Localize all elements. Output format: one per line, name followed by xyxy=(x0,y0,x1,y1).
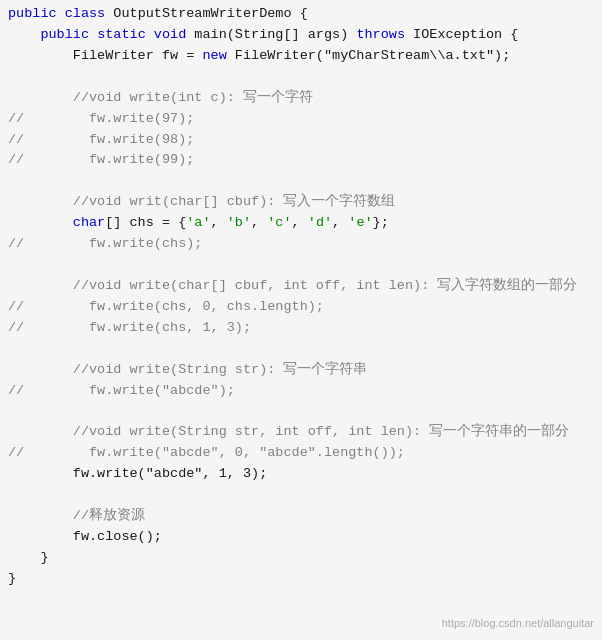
code-line: // fw.write(chs); xyxy=(0,234,602,255)
watermark: https://blog.csdn.net/allanguitar xyxy=(442,615,594,632)
code-line: fw.write("abcde", 1, 3); xyxy=(0,464,602,485)
code-line: FileWriter fw = new FileWriter("myCharSt… xyxy=(0,46,602,67)
code-line xyxy=(0,485,602,506)
code-line xyxy=(0,255,602,276)
code-line xyxy=(0,402,602,423)
code-line: // fw.write(chs, 0, chs.length); xyxy=(0,297,602,318)
code-line: } xyxy=(0,569,602,590)
code-line: //void write(String str): 写一个字符串 xyxy=(0,360,602,381)
code-block: public class OutputStreamWriterDemo { pu… xyxy=(0,4,602,590)
code-line: //void write(char[] cbuf, int off, int l… xyxy=(0,276,602,297)
code-line: } xyxy=(0,548,602,569)
code-line xyxy=(0,171,602,192)
code-line: //释放资源 xyxy=(0,506,602,527)
code-line: public static void main(String[] args) t… xyxy=(0,25,602,46)
code-container: public class OutputStreamWriterDemo { pu… xyxy=(0,0,602,640)
code-line: // fw.write(97); xyxy=(0,109,602,130)
code-line: //void write(String str, int off, int le… xyxy=(0,422,602,443)
code-line: // fw.write("abcde", 0, "abcde".length()… xyxy=(0,443,602,464)
code-line: char[] chs = {'a', 'b', 'c', 'd', 'e'}; xyxy=(0,213,602,234)
code-line: // fw.write(98); xyxy=(0,130,602,151)
code-line xyxy=(0,67,602,88)
code-line: //void write(int c): 写一个字符 xyxy=(0,88,602,109)
code-line xyxy=(0,339,602,360)
code-line: // fw.write("abcde"); xyxy=(0,381,602,402)
code-line: public class OutputStreamWriterDemo { xyxy=(0,4,602,25)
code-line: // fw.write(99); xyxy=(0,150,602,171)
code-line: // fw.write(chs, 1, 3); xyxy=(0,318,602,339)
code-line: //void writ(char[] cbuf): 写入一个字符数组 xyxy=(0,192,602,213)
code-line: fw.close(); xyxy=(0,527,602,548)
